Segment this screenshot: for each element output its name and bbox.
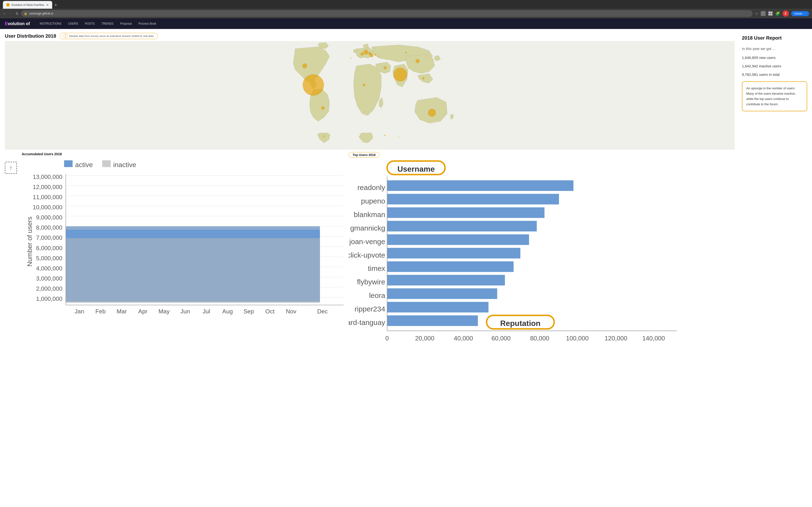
svg-text:Jun: Jun [181, 308, 190, 315]
browser-chrome: Evolution of Stack Overflow ✕ + ← → ↻ 🔒 … [0, 0, 812, 18]
svg-point-9 [321, 107, 324, 110]
grid-icon[interactable] [768, 11, 773, 16]
puzzle-icon[interactable]: 🧩 [775, 11, 780, 16]
svg-text:Reputation: Reputation [500, 319, 541, 328]
svg-text:140,000: 140,000 [642, 335, 665, 342]
lock-icon: 🔒 [24, 12, 27, 15]
svg-point-13 [375, 54, 376, 56]
info-banner: i Sample data from survey serve as indic… [60, 33, 158, 39]
main-content: User Distribution 2018 i Sample data fro… [0, 29, 812, 376]
stat-inactive-users: 1,642,942 inactive users [742, 64, 807, 68]
map-bottom [5, 133, 735, 150]
svg-text:4,000,000: 4,000,000 [36, 265, 62, 272]
svg-text:flybywire: flybywire [357, 278, 385, 286]
svg-text:Jan: Jan [75, 308, 84, 315]
svg-text:ward-tanguay: ward-tanguay [349, 319, 385, 326]
svg-point-6 [394, 68, 407, 81]
info-icon: i [63, 34, 67, 38]
svg-text:active: active [75, 161, 93, 169]
svg-text:80,000: 80,000 [530, 335, 549, 342]
svg-text:timex: timex [368, 264, 385, 272]
nav-link-process-book[interactable]: Process Book [139, 22, 156, 25]
map-header: User Distribution 2018 i Sample data fro… [5, 33, 735, 39]
update-button[interactable]: Update ⋮ [791, 11, 809, 16]
svg-point-11 [428, 109, 436, 117]
svg-point-16 [350, 58, 351, 59]
svg-text:Feb: Feb [95, 308, 106, 315]
refresh-button[interactable]: ↻ [15, 11, 18, 16]
svg-rect-23 [102, 160, 111, 167]
report-title: 2018 User Report [742, 35, 807, 41]
svg-text:Oct: Oct [265, 308, 274, 315]
info-banner-text: Sample data from survey serve as indicat… [69, 35, 154, 38]
svg-rect-86 [387, 275, 505, 285]
accumulated-users-chart: Accumulated Users 2018 Number of users a… [22, 152, 344, 327]
svg-point-15 [405, 52, 407, 53]
svg-text:20,000: 20,000 [415, 335, 434, 342]
svg-text:120,000: 120,000 [605, 335, 627, 342]
svg-rect-84 [387, 262, 514, 272]
svg-text:10,000,000: 10,000,000 [33, 204, 63, 211]
svg-point-19 [398, 136, 399, 137]
new-tab-button[interactable]: + [55, 3, 57, 9]
nav-link-proposal[interactable]: Proposal [120, 22, 132, 25]
svg-text:ripper234: ripper234 [355, 305, 385, 313]
accumulated-chart-title: Accumulated Users 2018 [22, 152, 344, 156]
highlight-text: An upsurge in the number of users. Many … [746, 86, 803, 107]
nav-link-users[interactable]: USERS [68, 22, 78, 25]
stat-new-users: 1,646,805 new users [742, 56, 807, 60]
svg-text:Apr: Apr [138, 308, 147, 315]
nav-link-instructions[interactable]: INSTRUCTIONS [40, 22, 61, 25]
tab-close-icon[interactable]: ✕ [46, 3, 49, 7]
nav-link-posts[interactable]: POSTS [85, 22, 95, 25]
svg-text:13,000,000: 13,000,000 [33, 174, 63, 180]
top-users-title-box: Top Users 2018 [349, 152, 379, 158]
logo-rest: volution of [8, 21, 30, 26]
svg-text:3,000,000: 3,000,000 [36, 275, 62, 282]
svg-point-17 [323, 135, 325, 137]
extensions-icon[interactable] [761, 11, 766, 16]
active-tab[interactable]: Evolution of Stack Overflow ✕ [3, 1, 52, 9]
svg-point-8 [384, 66, 387, 69]
svg-text:40,000: 40,000 [454, 335, 473, 342]
site-nav: E volution of INSTRUCTIONS USERS POSTS T… [0, 18, 812, 29]
profile-button[interactable]: Z [782, 10, 789, 17]
svg-text:7,000,000: 7,000,000 [36, 234, 62, 241]
svg-text:1,000,000: 1,000,000 [36, 295, 62, 302]
up-arrow-icon: ↑ [10, 165, 12, 171]
svg-point-5 [370, 54, 373, 57]
svg-text:May: May [158, 308, 170, 315]
svg-point-14 [378, 56, 379, 57]
intro-text: In this year we got ... [742, 47, 807, 51]
svg-text:5,000,000: 5,000,000 [36, 255, 62, 262]
scroll-up-button[interactable]: ↑ [5, 162, 17, 174]
address-bar-row: ← → ↻ 🔒 ooorouge.github.io ☆ 🧩 Z Update … [0, 9, 812, 18]
svg-point-7 [416, 59, 419, 63]
svg-text:joan-venge: joan-venge [349, 237, 385, 245]
star-icon[interactable]: ☆ [755, 11, 758, 16]
address-input[interactable]: 🔒 ooorouge.github.io [21, 10, 753, 17]
site-logo: E volution of [5, 21, 30, 26]
svg-rect-54 [66, 238, 320, 302]
svg-rect-90 [387, 302, 489, 313]
svg-text:readonly: readonly [357, 183, 385, 191]
svg-rect-92 [387, 315, 478, 326]
svg-text:Sep: Sep [243, 308, 254, 315]
svg-text:9,000,000: 9,000,000 [36, 214, 62, 221]
svg-text:Mar: Mar [116, 308, 126, 315]
menu-dots-icon: ⋮ [804, 12, 806, 15]
svg-point-0 [303, 74, 324, 96]
svg-text:gmannickg: gmannickg [350, 224, 385, 232]
forward-button[interactable]: → [9, 11, 13, 16]
nav-link-trends[interactable]: TRENDS [101, 22, 113, 25]
svg-text:6,000,000: 6,000,000 [36, 245, 62, 251]
highlight-box: An upsurge in the number of users. Many … [742, 81, 807, 111]
tab-title: Evolution of Stack Overflow [12, 3, 44, 6]
svg-text:100,000: 100,000 [566, 335, 589, 342]
tab-bar: Evolution of Stack Overflow ✕ + [0, 0, 812, 9]
nav-links: INSTRUCTIONS USERS POSTS TRENDS Proposal… [40, 22, 156, 25]
map-section-title: User Distribution 2018 [5, 33, 56, 39]
svg-point-3 [364, 50, 368, 54]
svg-text:blankman: blankman [354, 211, 385, 219]
back-button[interactable]: ← [3, 11, 7, 16]
